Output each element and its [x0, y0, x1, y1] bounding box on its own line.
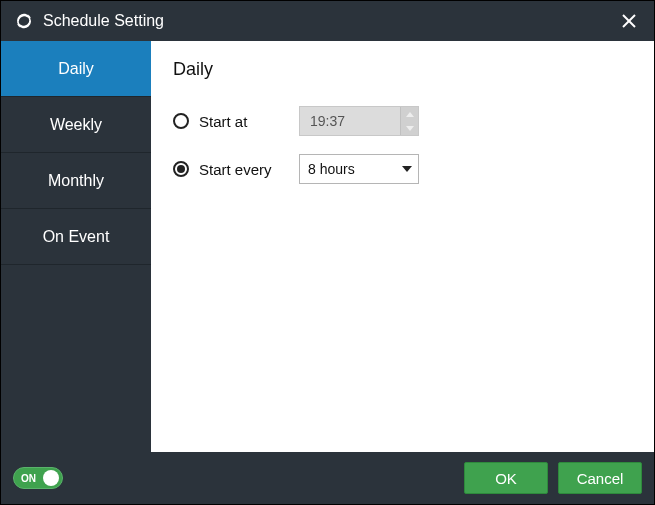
svg-marker-5: [406, 126, 414, 131]
start-every-value: 8 hours: [300, 161, 396, 177]
start-every-label: Start every: [199, 161, 289, 178]
tab-daily[interactable]: Daily: [1, 41, 151, 97]
toggle-knob: [43, 470, 59, 486]
dialog-body: Daily Weekly Monthly On Event Daily Star…: [1, 41, 654, 452]
main-panel: Daily Start at 19:37: [151, 41, 654, 452]
time-spinner: [400, 107, 418, 135]
schedule-icon: [15, 12, 33, 30]
start-at-time-field[interactable]: 19:37: [299, 106, 419, 136]
toggle-label: ON: [21, 473, 36, 484]
start-at-label: Start at: [199, 113, 289, 130]
dialog-title: Schedule Setting: [43, 12, 614, 30]
tab-monthly[interactable]: Monthly: [1, 153, 151, 209]
chevron-down-icon: [396, 166, 418, 172]
footer: ON OK Cancel: [1, 452, 654, 504]
start-every-row: Start every 8 hours: [173, 154, 632, 184]
ok-button[interactable]: OK: [464, 462, 548, 494]
time-spin-up[interactable]: [400, 107, 418, 121]
start-at-row: Start at 19:37: [173, 106, 632, 136]
schedule-setting-dialog: Schedule Setting Daily Weekly Monthly On…: [0, 0, 655, 505]
start-every-select[interactable]: 8 hours: [299, 154, 419, 184]
time-spin-down[interactable]: [400, 121, 418, 135]
close-button[interactable]: [614, 6, 644, 36]
svg-marker-6: [402, 166, 412, 172]
titlebar: Schedule Setting: [1, 1, 654, 41]
panel-title: Daily: [173, 59, 632, 80]
start-at-value: 19:37: [300, 107, 400, 135]
tab-weekly[interactable]: Weekly: [1, 97, 151, 153]
start-every-radio[interactable]: [173, 161, 189, 177]
sidebar: Daily Weekly Monthly On Event: [1, 41, 151, 452]
svg-marker-4: [406, 112, 414, 117]
enable-toggle[interactable]: ON: [13, 467, 63, 489]
cancel-button[interactable]: Cancel: [558, 462, 642, 494]
tab-on-event[interactable]: On Event: [1, 209, 151, 265]
start-at-radio[interactable]: [173, 113, 189, 129]
